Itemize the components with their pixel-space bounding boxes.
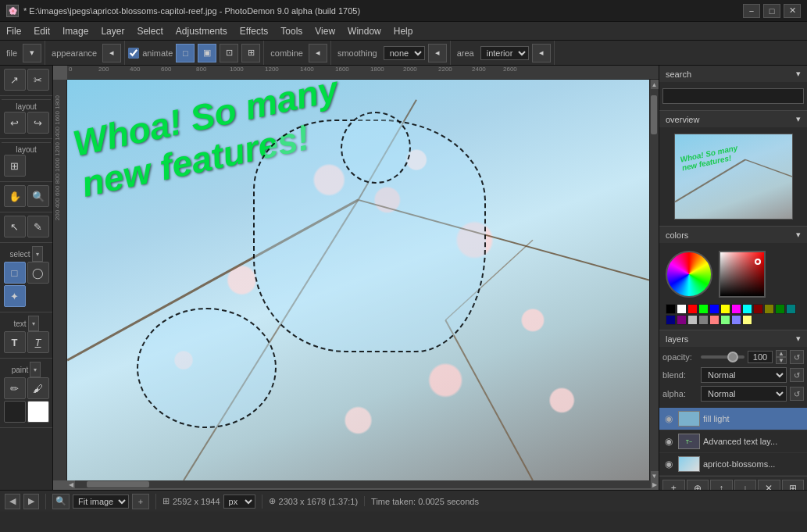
opacity-down[interactable]: ▼ [776, 357, 787, 364]
swatch-maroon[interactable] [753, 304, 763, 314]
scroll-right-btn[interactable]: ▶ [651, 480, 659, 488]
menu-effects[interactable]: Effects [234, 22, 274, 40]
swatch-dark-green[interactable] [775, 304, 785, 314]
toolbar-appearance-collapse[interactable]: ◂ [102, 44, 121, 62]
blend-select[interactable]: Normal Multiply Screen Overlay [701, 367, 787, 383]
swatch-teal[interactable] [786, 304, 796, 314]
alpha-select[interactable]: Normal Inherit [701, 386, 787, 402]
swatch-red[interactable] [687, 304, 698, 314]
swatch-magenta[interactable] [731, 304, 741, 314]
paint-dropdown[interactable]: ▾ [30, 362, 41, 377]
canvas-scrollbar-h[interactable]: ◀ ▶ [67, 480, 659, 490]
layer-delete-btn[interactable]: ✕ [758, 480, 780, 490]
swatch-light-blue[interactable] [731, 315, 741, 325]
swatch-pink[interactable] [709, 315, 720, 325]
tool-text[interactable]: T [4, 331, 26, 353]
tool-rect-select[interactable]: □ [4, 262, 26, 284]
toolbar-combine-collapse[interactable]: ◂ [309, 44, 327, 62]
menu-file[interactable]: File [0, 22, 27, 40]
layer-down-btn[interactable]: ↓ [734, 480, 757, 490]
scroll-thumb-h[interactable] [87, 481, 149, 487]
layer-eye-fill-light[interactable]: ◉ [662, 412, 675, 425]
tool-arrow[interactable]: ↗ [4, 69, 26, 91]
toolbar-area-collapse[interactable]: ◂ [532, 44, 551, 62]
unit-select[interactable]: px cm in [223, 495, 255, 509]
tool-bg-color[interactable] [27, 401, 49, 423]
tool-fg-color[interactable] [4, 401, 26, 423]
scroll-up-btn[interactable]: ▲ [651, 80, 659, 89]
scroll-down-btn[interactable]: ▼ [651, 471, 659, 480]
search-header[interactable]: search ▾ [659, 66, 807, 82]
maximize-button[interactable]: □ [763, 4, 780, 18]
zoom-in-btn[interactable]: + [132, 494, 149, 509]
shape-btn-2[interactable]: ▣ [198, 44, 216, 62]
close-button[interactable]: ✕ [784, 4, 801, 18]
menu-layer[interactable]: Layer [95, 22, 130, 40]
title-bar-controls[interactable]: − □ ✕ [743, 4, 801, 18]
swatch-silver[interactable] [687, 315, 698, 325]
smoothing-select[interactable]: none [384, 46, 425, 60]
blend-reset[interactable]: ↺ [790, 368, 804, 382]
menu-help[interactable]: Help [387, 22, 420, 40]
layer-item-fill-light[interactable]: ◉ fill light [659, 408, 807, 430]
opacity-up[interactable]: ▲ [776, 350, 787, 357]
select-dropdown[interactable]: ▾ [32, 246, 43, 262]
shape-btn-3[interactable]: ⊡ [220, 44, 238, 62]
area-select[interactable]: interior [480, 46, 529, 60]
layer-eye-advanced-text[interactable]: ◉ [662, 435, 675, 448]
tool-undo[interactable]: ↩ [4, 112, 26, 134]
tool-select-arrow[interactable]: ↖ [4, 216, 26, 237]
layer-duplicate-btn[interactable]: ⊕ [687, 480, 709, 490]
swatch-purple[interactable] [677, 315, 687, 325]
tool-layout[interactable]: ⊞ [4, 155, 26, 177]
opacity-slider[interactable] [701, 355, 745, 359]
scroll-left-btn[interactable]: ◀ [67, 480, 75, 488]
layer-item-apricot[interactable]: ◉ apricot-blossoms... [659, 453, 807, 476]
tool-text-style[interactable]: T [27, 331, 49, 353]
swatch-blue[interactable] [709, 304, 720, 314]
swatch-gray[interactable] [698, 315, 709, 325]
overview-thumbnail[interactable]: Whoa! So manynew features! [674, 134, 793, 220]
tool-crop[interactable]: ✂ [27, 69, 49, 91]
overview-header[interactable]: overview ▾ [659, 111, 807, 127]
opacity-reset[interactable]: ↺ [790, 350, 804, 364]
scroll-thumb-v[interactable] [651, 95, 657, 134]
tool-zoom[interactable]: 🔍 [27, 185, 49, 207]
canvas-content[interactable]: Whoa! So many new features! [67, 80, 649, 480]
menu-view[interactable]: View [309, 22, 341, 40]
layer-up-btn[interactable]: ↑ [710, 480, 733, 490]
tool-lasso[interactable]: ✦ [4, 285, 26, 307]
menu-adjustments[interactable]: Adjustments [170, 22, 234, 40]
opacity-thumb[interactable] [727, 352, 738, 362]
layer-eye-apricot[interactable]: ◉ [662, 458, 675, 470]
animate-checkbox[interactable] [128, 48, 139, 59]
minimize-button[interactable]: − [743, 4, 760, 18]
layer-add-btn[interactable]: + [662, 480, 685, 490]
swatch-white[interactable] [677, 304, 687, 314]
swatch-yellow[interactable] [720, 304, 730, 314]
layer-item-advanced-text[interactable]: ◉ T~ Advanced text lay... [659, 430, 807, 453]
menu-tools[interactable]: Tools [274, 22, 309, 40]
zoom-select[interactable]: Fit image 25% 50% 100% 200% [73, 495, 129, 509]
zoom-out-btn[interactable]: 🔍 [52, 494, 70, 509]
status-prev-btn[interactable]: ◀ [5, 494, 20, 509]
status-next-btn[interactable]: ▶ [23, 494, 39, 509]
tool-pencil[interactable]: ✎ [27, 216, 49, 237]
swatch-olive[interactable] [764, 304, 774, 314]
shape-btn-1[interactable]: □ [176, 44, 195, 62]
tool-pan[interactable]: ✋ [4, 185, 26, 207]
swatch-green[interactable] [698, 304, 709, 314]
menu-edit[interactable]: Edit [27, 22, 56, 40]
tool-fill[interactable]: 🖌 [27, 377, 49, 399]
swatch-black[interactable] [666, 304, 676, 314]
color-wheel[interactable] [666, 251, 712, 298]
tool-brush[interactable]: ✏ [4, 377, 26, 399]
menu-select[interactable]: Select [130, 22, 169, 40]
text-dropdown[interactable]: ▾ [28, 316, 39, 331]
menu-window[interactable]: Window [341, 22, 387, 40]
swatch-navy[interactable] [666, 315, 676, 325]
alpha-reset[interactable]: ↺ [790, 387, 804, 401]
search-input[interactable] [662, 88, 804, 104]
menu-image[interactable]: Image [56, 22, 95, 40]
layer-merge-btn[interactable]: ⊞ [782, 480, 805, 490]
